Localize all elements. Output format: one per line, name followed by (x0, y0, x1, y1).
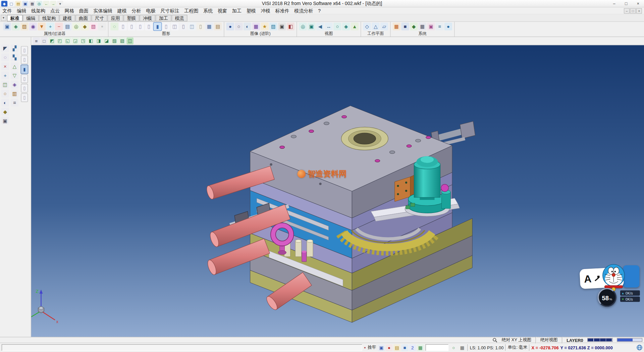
menu-item-3[interactable]: 线架构 (29, 7, 48, 14)
count-badge-icon[interactable]: 2 (409, 344, 416, 351)
mask-surfaces-icon[interactable]: ▯ (21, 75, 28, 83)
menu-item-9[interactable]: 分析 (129, 7, 144, 14)
view-front-icon[interactable]: ◱ (64, 37, 71, 44)
menu-item-13[interactable]: 系统 (201, 7, 215, 14)
color-filter-icon[interactable]: ▧ (90, 23, 97, 30)
measure-icon[interactable]: ◆ (1, 108, 9, 116)
capture-icon[interactable]: ▣ (427, 23, 435, 30)
view-left-icon[interactable]: ◧ (88, 37, 95, 44)
tab-4[interactable]: 建模 (60, 14, 75, 21)
match-properties-icon[interactable]: ▨ (20, 23, 28, 30)
battery-percent-badge[interactable]: 58% (598, 288, 616, 307)
close-button[interactable]: × (632, 0, 644, 7)
group-icon[interactable]: ≡ (11, 99, 18, 106)
lighting-icon[interactable]: ★ (261, 23, 269, 30)
properties-icon[interactable]: ▣ (3, 23, 11, 30)
clipboard-7-icon[interactable]: ▯ (179, 23, 187, 30)
workplane-3pt-icon[interactable]: △ (372, 23, 379, 30)
rotate-icon[interactable]: ○ (1, 90, 9, 97)
viewport-3d[interactable]: Z x 智造资料网 A (31, 45, 644, 337)
menu-item-15[interactable]: 加工 (229, 7, 244, 14)
hidden-line-icon[interactable]: ◐ (244, 23, 251, 30)
menu-item-5[interactable]: 网格 (62, 7, 77, 14)
tab-7[interactable]: 应用 (108, 14, 123, 21)
tab-8[interactable]: 塑膜 (124, 14, 140, 21)
record-icon[interactable]: ● (386, 344, 393, 351)
zoom-previous-icon[interactable]: ◀ (316, 23, 324, 30)
status-input-field[interactable] (425, 344, 448, 351)
tab-1[interactable]: 标准 (7, 14, 23, 21)
menu-item-20[interactable]: ? (316, 7, 323, 14)
magnifier-icon[interactable] (493, 338, 498, 343)
view-iso-nw-icon[interactable]: ▧ (111, 37, 118, 44)
copy-icon[interactable]: ◫ (1, 81, 9, 88)
tab-5[interactable]: 曲面 (75, 14, 91, 21)
snapshot-icon[interactable]: ▣ (278, 23, 286, 30)
world-icon[interactable]: ● (444, 23, 452, 30)
lock-icon[interactable]: ◆ (81, 23, 89, 30)
menu-item-7[interactable]: 实体编辑 (91, 7, 115, 14)
rotate-view-icon[interactable]: ○ (333, 23, 341, 30)
globe-icon[interactable] (637, 345, 642, 350)
options-icon[interactable]: ◆ (410, 23, 418, 30)
background-icon[interactable]: ▨ (269, 23, 277, 30)
tab-10[interactable]: 加工 (156, 14, 171, 21)
mask-solids-icon[interactable]: ▯ (21, 84, 28, 93)
menu-item-11[interactable]: 尺寸标注 (158, 7, 182, 14)
clipboard-3-icon[interactable]: ▯ (137, 23, 144, 30)
menu-item-2[interactable]: 编辑 (14, 7, 29, 14)
menu-item-18[interactable]: 标准件 (273, 7, 292, 14)
mdi-close-button[interactable]: × (636, 8, 642, 13)
clipboard-4-icon[interactable]: ▯ (145, 23, 153, 30)
open-folder-icon[interactable]: ▤ (15, 1, 21, 6)
mask-points-icon[interactable]: ▯ (21, 55, 28, 64)
absolute-view-label[interactable]: 绝对视图 (540, 337, 557, 343)
maximize-button[interactable]: □ (620, 0, 632, 7)
view-iso-icon[interactable]: ◩ (48, 37, 55, 44)
move-icon[interactable]: + (1, 72, 9, 79)
dynamic-view-icon[interactable]: ◈ (342, 23, 350, 30)
offset-icon[interactable]: ◈ (11, 81, 18, 88)
clipboard-8-icon[interactable]: ◫ (188, 23, 196, 30)
undo-icon[interactable]: ← (43, 1, 49, 6)
lasso-icon[interactable]: ◌ (1, 53, 9, 61)
workplane-icon[interactable]: ◇ (363, 23, 371, 30)
view-iso-ne-icon[interactable]: ◪ (103, 37, 110, 44)
table-view-icon[interactable]: ▤ (214, 23, 222, 30)
doraemon-mascot[interactable] (600, 262, 627, 292)
menu-item-12[interactable]: 工程图 (182, 7, 201, 14)
clipboard-9-icon[interactable]: ▯ (197, 23, 205, 30)
filter-add-icon[interactable]: + (46, 23, 54, 30)
print-icon[interactable]: ▦ (29, 1, 35, 6)
display-mode-icon[interactable]: □ (41, 37, 48, 44)
menu-item-14[interactable]: 视窗 (215, 7, 230, 14)
workplane-view-icon[interactable]: ▱ (380, 23, 388, 30)
new-doc-icon[interactable]: ▢ (8, 1, 14, 6)
active-layer-label[interactable]: LAYER0 (567, 338, 583, 343)
mdi-restore-button[interactable]: □ (630, 8, 636, 13)
clipboard-1-icon[interactable]: ▯ (119, 23, 127, 30)
view-top-icon[interactable]: ◰ (56, 37, 63, 44)
selection-filter-icon[interactable]: ◉ (29, 23, 37, 30)
model-3d[interactable]: Z x (31, 45, 644, 337)
menu-item-8[interactable]: 建模 (115, 7, 129, 14)
tab-6[interactable]: 尺寸 (92, 14, 107, 21)
clipboard-active-icon[interactable]: ▮ (154, 23, 161, 30)
layer-manager-icon[interactable]: ▤ (64, 23, 71, 30)
menu-item-1[interactable]: 文件 (0, 7, 14, 14)
layers-state-icon[interactable]: ▦ (417, 344, 424, 351)
refresh-icon[interactable]: ○ (450, 344, 457, 351)
monitor-icon[interactable]: ■ (401, 344, 408, 351)
mask-dims-icon[interactable]: ▯ (21, 93, 28, 102)
minimize-button[interactable]: – (608, 0, 620, 7)
wireframe-render-icon[interactable]: ○ (235, 23, 243, 30)
texture-icon[interactable]: ▦ (252, 23, 260, 30)
menu-item-16[interactable]: 塑模 (244, 7, 258, 14)
save-icon[interactable]: ▣ (22, 1, 28, 6)
redraw-icon[interactable]: ◌ (110, 23, 118, 30)
view-back-icon[interactable]: ◳ (80, 37, 87, 44)
edit-attributes-icon[interactable]: ◈ (12, 23, 20, 30)
folder-icon[interactable]: ▤ (393, 344, 400, 351)
tab-9[interactable]: 冲模 (140, 14, 155, 21)
clipboard-2-icon[interactable]: ▯ (128, 23, 136, 30)
